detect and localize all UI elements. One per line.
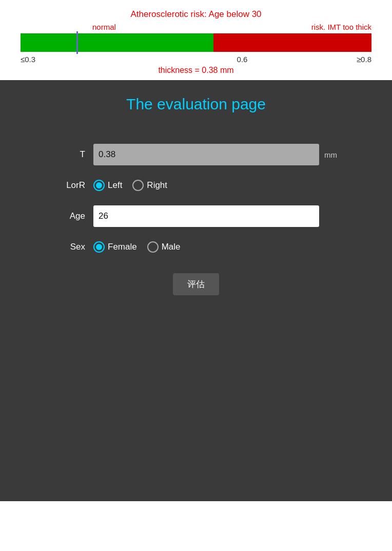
lorr-radio-group: Left Right xyxy=(93,180,167,191)
scale-row: ≤0.3 0.6 ≥0.8 xyxy=(21,55,371,64)
sex-female-option[interactable]: Female xyxy=(93,241,137,253)
top-section: Atherosclerotic risk: Age below 30 norma… xyxy=(0,0,392,80)
lorr-right-label: Right xyxy=(147,180,167,191)
age-row: Age xyxy=(52,205,340,227)
scale-right: ≥0.8 xyxy=(357,55,371,64)
scale-left: ≤0.3 xyxy=(21,55,35,64)
lorr-label: LorR xyxy=(52,180,93,191)
bar-green-section xyxy=(21,33,213,52)
t-input[interactable] xyxy=(93,144,319,165)
lorr-right-radio[interactable] xyxy=(132,180,144,191)
lorr-right-option[interactable]: Right xyxy=(132,180,167,191)
t-unit: mm xyxy=(324,150,340,159)
age-label: Age xyxy=(52,211,93,221)
bar-indicator xyxy=(76,31,78,54)
sex-male-option[interactable]: Male xyxy=(147,241,181,253)
bar-labels-row: normal risk. IMT too thick xyxy=(21,23,371,31)
t-label: T xyxy=(52,149,93,160)
submit-row: 评估 xyxy=(52,273,340,295)
age-input[interactable] xyxy=(93,205,319,227)
lorr-left-label: Left xyxy=(108,180,122,191)
t-row: T mm xyxy=(52,144,340,165)
sex-label: Sex xyxy=(52,242,93,252)
sex-female-label: Female xyxy=(108,242,137,252)
sex-male-radio[interactable] xyxy=(147,241,159,253)
sex-row: Sex Female Male xyxy=(52,241,340,253)
risk-bar xyxy=(21,33,371,52)
label-normal: normal xyxy=(92,23,116,31)
scale-mid: 0.6 xyxy=(237,55,248,64)
risk-title: Atherosclerotic risk: Age below 30 xyxy=(21,9,371,20)
sex-radio-group: Female Male xyxy=(93,241,181,253)
label-risk: risk. IMT too thick xyxy=(311,23,371,31)
bottom-section: The evaluation page T mm LorR Left Right xyxy=(0,80,392,501)
lorr-row: LorR Left Right xyxy=(52,180,340,191)
submit-button[interactable]: 评估 xyxy=(173,273,219,295)
bar-red-section xyxy=(213,33,371,52)
page-title: The evaluation page xyxy=(21,96,371,113)
sex-female-radio[interactable] xyxy=(93,241,105,253)
thickness-label: thickness = 0.38 mm xyxy=(21,66,371,75)
lorr-left-option[interactable]: Left xyxy=(93,180,122,191)
sex-male-label: Male xyxy=(162,242,181,252)
lorr-left-radio[interactable] xyxy=(93,180,105,191)
evaluation-form: T mm LorR Left Right Age xyxy=(52,144,340,295)
